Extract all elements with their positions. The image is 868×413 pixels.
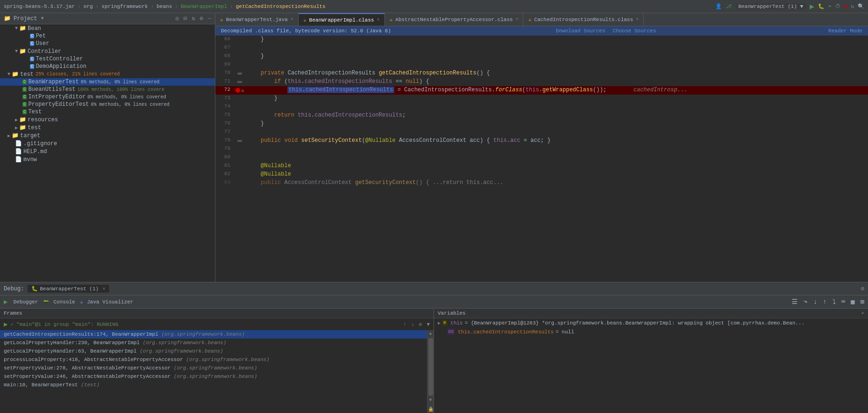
tab-icon-4: ☕ [528, 16, 531, 22]
class-icon-user: C [30, 41, 34, 46]
tab-close-3[interactable]: × [515, 17, 518, 22]
top-bar-path-org[interactable]: org [83, 4, 93, 9]
tree-item-bean[interactable]: ▼ 📁 Bean [0, 24, 215, 32]
frame-item-4[interactable]: setPropertyValue:278, AbstractNestablePr… [0, 364, 427, 372]
step-over-icon[interactable]: ↷ [802, 297, 809, 307]
reader-mode-btn[interactable]: Reader Mode [828, 28, 862, 34]
minimize-icon[interactable]: − [208, 15, 211, 22]
project-dropdown-icon[interactable]: ▼ [41, 16, 44, 21]
thread-up-icon[interactable]: ↑ [404, 322, 407, 327]
tree-item-gitignore[interactable]: 📄 .gitignore [0, 140, 215, 148]
top-bar-path-class[interactable]: BeanWrapperImpl [181, 4, 227, 9]
tree-item-demoapplication[interactable]: C DemoApplication [0, 63, 215, 70]
tree-item-controller[interactable]: ▼ 📁 Controller [0, 47, 215, 55]
frame-item-5[interactable]: setPropertyValue:246, AbstractNestablePr… [0, 372, 427, 381]
step-out-icon[interactable]: ↑ [821, 297, 828, 307]
profile-icon[interactable]: ⏱ [835, 3, 840, 9]
debug-icon[interactable]: 🐛 [818, 3, 824, 9]
coverage-icon[interactable]: ☂ [828, 3, 831, 9]
tab-close-4[interactable]: × [636, 17, 639, 22]
tree-item-beanwrappertest[interactable]: C BeanWrapperTest 0% methods, 0% lines c… [0, 78, 215, 86]
step-into-icon[interactable]: ↓ [811, 297, 819, 307]
tree-item-mvnw[interactable]: 📄 mvnw [0, 155, 215, 163]
tree-item-test-class[interactable]: C Test [0, 108, 215, 116]
top-bar-path-beans[interactable]: beans [157, 4, 172, 9]
folder-icon-controller: 📁 [19, 48, 26, 55]
collapse-icon[interactable]: ⊟ [184, 15, 187, 22]
frame-item-1[interactable]: getLocalPropertyHandler:230, BeanWrapper… [0, 339, 427, 347]
code-line-66: 66 } [215, 36, 868, 44]
tree-item-target[interactable]: ▶ 📁 target [0, 132, 215, 140]
tree-item-test2[interactable]: ▶ 📁 test [0, 124, 215, 132]
scroll-lock-icon[interactable]: 🔒 [427, 406, 434, 413]
frame-item-6[interactable]: main:10, BeanWrapperTest (test) [0, 381, 427, 389]
frames-header: Frames [0, 309, 434, 318]
vcs-icon[interactable]: ⎇ [726, 3, 732, 9]
thread-filter-icon[interactable]: ⊘ [419, 321, 422, 327]
project-title[interactable]: Project [14, 15, 37, 22]
scroll-up-icon[interactable]: ▲ [428, 330, 433, 337]
stop-icon[interactable]: ■ [844, 4, 847, 9]
scroll-down-icon[interactable]: ▼ [428, 397, 433, 404]
run-to-cursor-icon[interactable]: ⤵ [831, 297, 838, 307]
tree-item-resources[interactable]: ▶ 📁 resources [0, 116, 215, 124]
evaluate-icon[interactable]: ⌨ [839, 297, 847, 307]
tree-item-propertyeditortest[interactable]: C PropertyEditorTest 0% methods, 0% line… [0, 101, 215, 108]
sort-icon[interactable]: ⇅ [191, 15, 195, 22]
update-icon[interactable]: ↻ [851, 3, 854, 9]
tree-item-intpropertyeditor[interactable]: C IntPropertyEditor 0% methods, 0% lines… [0, 93, 215, 101]
tab-cachedintrospectionresults-class[interactable]: ☕ CachedIntrospectionResults.class × [523, 13, 644, 26]
top-bar-path-jar[interactable]: spring-beans-5.3.17.jar [4, 4, 75, 9]
download-sources-btn[interactable]: Download Sources [556, 28, 605, 34]
tree-item-bueanutilstest[interactable]: C BueanUtilsTest 100% methods, 100% line… [0, 86, 215, 93]
settings-icon[interactable]: ⚙ [200, 15, 203, 22]
tab-close-1[interactable]: × [291, 17, 294, 22]
thread-arrow-icon: ▶ [4, 320, 7, 328]
debugger-tab[interactable]: Debugger [11, 298, 40, 306]
search-icon[interactable]: 🔍 [858, 3, 864, 9]
console-tab[interactable]: Console [51, 298, 77, 306]
tree-item-pet[interactable]: C Pet [0, 32, 215, 40]
var-item-cachedIntrospectionResults[interactable]: oo this.cachedIntrospectionResults = nul… [434, 327, 868, 336]
tab-beanwrappertest-java[interactable]: ☕ BeanWrapperTest.java × [215, 13, 299, 26]
locate-icon[interactable]: ◎ [176, 15, 179, 22]
var-expand-this[interactable]: ▶ [438, 320, 441, 326]
restore-layout-icon[interactable]: ⊞ [859, 297, 866, 307]
resume-icon[interactable]: ▶ [2, 297, 9, 307]
debug-settings-icon[interactable]: ⚙ [861, 285, 864, 292]
frame-item-3[interactable]: processLocalProperty:418, AbstractNestab… [0, 355, 427, 364]
user-icon[interactable]: 👤 [715, 3, 722, 9]
thread-label: "main"@1 in group "main": RUNNING [16, 322, 118, 327]
tree-item-test-folder[interactable]: ▼ 📁 test 25% classes, 21% lines covered [0, 70, 215, 78]
add-watch-icon[interactable]: + [861, 310, 864, 316]
tree-item-testcontroller[interactable]: C TestController [0, 55, 215, 63]
code-editor[interactable]: 66 } 67 68 } 69 [215, 36, 868, 282]
variables-list: ▶ ≡ this = {BeanWrapperImpl@1263} *org.s… [434, 318, 868, 413]
top-bar-path-method[interactable]: getCachedIntrospectionResults [236, 4, 325, 9]
frames-scrollbar[interactable]: ▲ ▼ 🔒 [427, 330, 434, 413]
thread-gear-icon[interactable]: ▼ [427, 322, 430, 327]
tree-item-helpmd[interactable]: 📄 HELP.md [0, 148, 215, 155]
tree-item-user[interactable]: C User [0, 40, 215, 47]
java-visualizer-tab[interactable]: Java Visualizer [85, 298, 135, 306]
frames-list-icon[interactable]: ☰ [790, 297, 800, 307]
top-bar-path-springframework[interactable]: springframework [102, 4, 148, 9]
editor-area: ☕ BeanWrapperTest.java × ☕ BeanWrapperIm… [215, 13, 868, 282]
grid-view-icon[interactable]: ▦ [849, 297, 856, 307]
scroll-thumb[interactable] [428, 338, 433, 396]
breakpoint-dot[interactable] [235, 88, 240, 93]
frames-list: getCachedIntrospectionResults:174, BeanW… [0, 330, 427, 413]
choose-sources-btn[interactable]: Choose Sources [613, 28, 656, 34]
debug-session-close[interactable]: × [103, 286, 106, 292]
tab-beanwrapperimpl-class[interactable]: ☕ BeanWrapperImpl.class × [299, 13, 385, 26]
frame-item-0[interactable]: getCachedIntrospectionResults:174, BeanW… [0, 330, 427, 339]
tab-close-2[interactable]: × [377, 17, 380, 22]
run-icon[interactable]: ▶ [810, 2, 815, 11]
tab-abstractnestable-class[interactable]: ☕ AbstractNestablePropertyAccessor.class… [385, 13, 523, 26]
frame-item-2[interactable]: getLocalPropertyHandler:63, BeanWrapperI… [0, 347, 427, 355]
run-config-label[interactable]: BeanWrapperTest (1) ▼ [736, 3, 806, 10]
var-item-this[interactable]: ▶ ≡ this = {BeanWrapperImpl@1263} *org.s… [434, 318, 868, 327]
debug-session-tab[interactable]: 🐛 BeanWrapperTest (1) × [28, 285, 109, 293]
code-line-72: 72 ⚠ this.cachedIntrospectionResults = C… [215, 86, 868, 95]
thread-down-icon[interactable]: ↓ [411, 322, 414, 327]
